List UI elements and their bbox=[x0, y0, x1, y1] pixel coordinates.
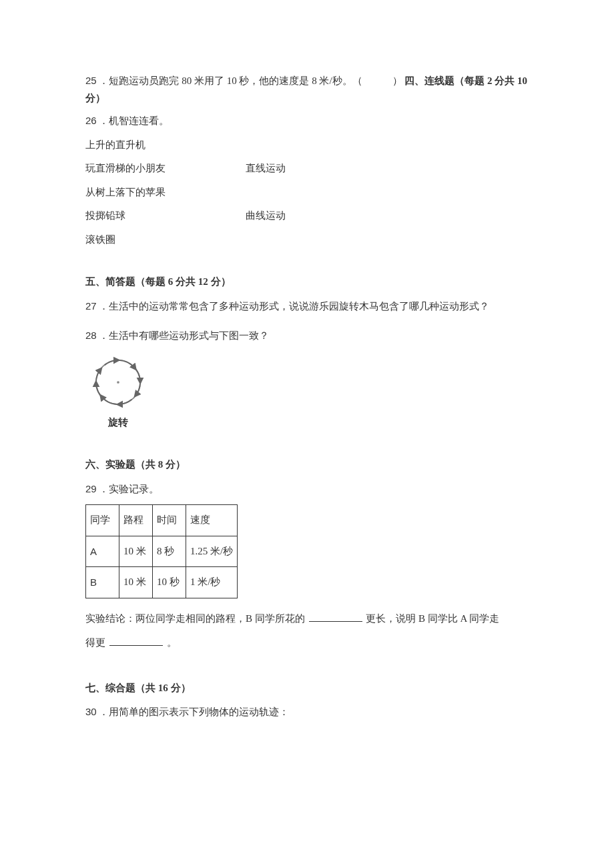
match-item-left: 从树上落下的苹果 bbox=[85, 184, 246, 201]
table-cell: 1 米/秒 bbox=[186, 567, 238, 598]
question-number: 29 bbox=[85, 483, 97, 494]
table-cell: 8 秒 bbox=[153, 536, 186, 567]
conclusion-text: 实验结论：两位同学走相同的路程，B 同学所花的 bbox=[85, 613, 305, 624]
table-cell: 1.25 米/秒 bbox=[186, 536, 238, 567]
match-row: 投掷铅球 曲线运动 bbox=[85, 207, 529, 225]
experiment-conclusion: 实验结论：两位同学走相同的路程，B 同学所花的 更长，说明 B 同学比 A 同学… bbox=[85, 606, 529, 655]
section-7-title: 七、综合题（共 16 分） bbox=[85, 680, 529, 697]
table-row: A 10 米 8 秒 1.25 米/秒 bbox=[86, 536, 238, 567]
fill-blank[interactable] bbox=[109, 636, 163, 646]
table-cell: B bbox=[86, 567, 119, 598]
question-30: 30 ．用简单的图示表示下列物体的运动轨迹： bbox=[85, 703, 529, 721]
table-header: 时间 bbox=[153, 505, 186, 536]
question-text: ．生活中的运动常常包含了多种运动形式，说说游乐园旋转木马包含了哪几种运动形式？ bbox=[99, 301, 489, 312]
table-header: 同学 bbox=[86, 505, 119, 536]
table-header: 路程 bbox=[119, 505, 153, 536]
section-5-title: 五、简答题（每题 6 分共 12 分） bbox=[85, 274, 529, 291]
question-number: 28 bbox=[85, 330, 97, 341]
match-row: 玩直滑梯的小朋友 直线运动 bbox=[85, 160, 529, 177]
table-header: 速度 bbox=[186, 505, 238, 536]
question-27: 27 ．生活中的运动常常包含了多种运动形式，说说游乐园旋转木马包含了哪几种运动形… bbox=[85, 298, 529, 316]
match-item-right: 曲线运动 bbox=[246, 207, 286, 225]
match-item-left: 上升的直升机 bbox=[85, 137, 246, 154]
match-item-left: 玩直滑梯的小朋友 bbox=[85, 160, 246, 177]
match-item-left: 投掷铅球 bbox=[85, 207, 246, 225]
question-number: 27 bbox=[85, 300, 97, 312]
match-row: 滚铁圈 bbox=[85, 232, 529, 249]
question-29: 29 ．实验记录。 bbox=[85, 480, 529, 498]
question-text: ．生活中有哪些运动形式与下图一致？ bbox=[99, 330, 269, 341]
table-cell: 10 米 bbox=[119, 536, 153, 567]
rotation-circle-icon bbox=[87, 352, 149, 413]
question-number: 25 bbox=[85, 75, 97, 86]
question-text: ．用简单的图示表示下列物体的运动轨迹： bbox=[99, 707, 289, 717]
table-row: 同学 路程 时间 速度 bbox=[86, 505, 238, 536]
conclusion-text: 更长，说明 B 同学比 A 同学走 bbox=[366, 613, 499, 624]
question-26: 26 ．机智连连看。 bbox=[85, 112, 529, 130]
question-25: 25 ．短跑运动员跑完 80 米用了 10 秒，他的速度是 8 米/秒。（ ） … bbox=[85, 72, 529, 107]
match-item-left: 滚铁圈 bbox=[85, 232, 246, 249]
conclusion-text: 。 bbox=[167, 637, 177, 648]
section-6-title: 六、实验题（共 8 分） bbox=[85, 456, 529, 474]
rotation-diagram: 旋转 bbox=[87, 352, 529, 432]
experiment-table: 同学 路程 时间 速度 A 10 米 8 秒 1.25 米/秒 B 10 米 1… bbox=[85, 504, 238, 598]
fill-blank[interactable] bbox=[309, 612, 362, 622]
svg-point-1 bbox=[117, 381, 119, 384]
question-text: ．短跑运动员跑完 80 米用了 10 秒，他的速度是 8 米/秒。（ ） bbox=[99, 75, 402, 86]
conclusion-text: 得更 bbox=[85, 637, 105, 648]
match-item-right: 直线运动 bbox=[246, 160, 286, 177]
table-cell: 10 秒 bbox=[153, 567, 186, 598]
question-28: 28 ．生活中有哪些运动形式与下图一致？ bbox=[85, 327, 529, 345]
match-row: 上升的直升机 bbox=[85, 137, 529, 154]
table-cell: A bbox=[86, 536, 119, 567]
table-cell: 10 米 bbox=[119, 567, 153, 598]
diagram-label: 旋转 bbox=[87, 414, 149, 432]
question-number: 26 bbox=[85, 115, 97, 126]
question-number: 30 bbox=[85, 706, 97, 717]
table-row: B 10 米 10 秒 1 米/秒 bbox=[86, 567, 238, 598]
match-row: 从树上落下的苹果 bbox=[85, 184, 529, 201]
question-lead: ．机智连连看。 bbox=[99, 115, 169, 126]
question-lead: ．实验记录。 bbox=[99, 484, 159, 494]
